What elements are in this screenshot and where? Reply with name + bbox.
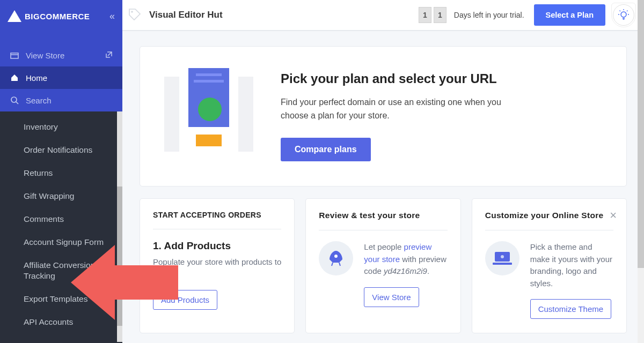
step-body: Let people preview your store with previ… [364,241,447,278]
rocket-icon [319,241,353,275]
primary-nav: View Store Home Search [0,32,122,111]
trial-days-digit-2: 1 [434,7,447,23]
collapse-sidebar-icon[interactable]: « [109,11,115,22]
nav-search[interactable]: Search [0,89,122,111]
sidebar-item-affiliate-conversion-tracking[interactable]: Affiliate Conversion Tracking [0,254,122,288]
sidebar-header: BIGCOMMERCE « [0,0,122,32]
card-title: Review & test your store [319,211,447,230]
svg-point-1 [11,97,17,102]
sidebar-item-gift-wrapping[interactable]: Gift Wrapping [0,185,122,208]
nav-home-label: Home [26,73,47,83]
trial-days-digit-1: 1 [419,7,431,23]
sidebar-item-api-accounts[interactable]: API Accounts [0,311,122,334]
tag-icon [128,8,143,23]
add-products-button[interactable]: Add Products [153,290,217,310]
close-icon[interactable]: × [610,208,617,222]
brand-logo-icon [8,10,21,22]
card-start-accepting-orders: START ACCEPTING ORDERS 1. Add Products P… [140,198,295,333]
svg-point-6 [501,255,504,258]
brand-name: COMMERCE [40,12,90,21]
hero-title: Pick your plan and select your URL [281,71,511,86]
card-review-test-store: Review & test your store Let people prev… [305,198,460,333]
step-title: 1. Add Products [153,240,281,252]
svg-rect-0 [11,53,18,58]
store-name: Visual Editor Hut [149,10,223,20]
view-store-button[interactable]: View Store [364,287,419,307]
hero-body: Find your perfect domain or use an exist… [281,96,511,123]
laptop-icon [485,241,519,275]
page-scrollbar[interactable] [638,0,644,343]
store-icon [10,50,19,60]
main-content: Visual Editor Hut 1 1 Days left in your … [122,0,644,343]
topbar: Visual Editor Hut 1 1 Days left in your … [122,0,644,31]
nav-search-label: Search [26,96,52,105]
hero-illustration [166,68,252,165]
brand-prefix: BIG [25,12,40,21]
external-link-icon [105,51,113,60]
sidebar-scrollbar-thumb[interactable] [117,187,122,326]
sidebar-item-export-templates[interactable]: Export Templates [0,288,122,311]
card-customize-store: × Customize your Online Store Pick a the… [472,198,627,333]
compare-plans-button[interactable]: Compare plans [281,138,371,161]
svg-point-4 [334,255,338,258]
trial-text: Days left in your trial. [454,11,524,19]
home-icon [10,73,19,83]
brand-logo[interactable]: BIGCOMMERCE [8,10,90,22]
tips-lightbulb-icon[interactable] [613,4,634,26]
customize-theme-button[interactable]: Customize Theme [530,299,611,319]
nav-home[interactable]: Home [0,66,122,89]
sidebar: BIGCOMMERCE « View Store Home Search Inv… [0,0,122,343]
sidebar-item-inventory[interactable]: Inventory [0,116,122,139]
svg-point-3 [621,12,626,17]
hero-card: Pick your plan and select your URL Find … [140,46,627,187]
page-scrollbar-thumb[interactable] [638,0,644,268]
sidebar-item-order-notifications[interactable]: Order Notifications [0,139,122,162]
card-title: Customize your Online Store [485,211,613,230]
nav-view-store-label: View Store [26,51,64,60]
svg-point-2 [131,11,133,13]
step-body: Populate your store with products to sel… [153,256,281,280]
preview-code: yd4z16m2i9 [384,266,427,275]
svg-rect-7 [493,263,512,265]
secondary-nav: Inventory Order Notifications Returns Gi… [0,111,122,343]
nav-view-store[interactable]: View Store [0,44,122,66]
sidebar-scrollbar[interactable] [117,111,122,342]
sidebar-item-account-signup-form[interactable]: Account Signup Form [0,231,122,254]
card-title: START ACCEPTING ORDERS [153,211,281,229]
step-body: Pick a theme and make it yours with your… [530,241,613,289]
sidebar-item-comments[interactable]: Comments [0,208,122,231]
search-icon [10,95,19,105]
sidebar-item-returns[interactable]: Returns [0,162,122,185]
select-plan-button[interactable]: Select a Plan [534,4,605,26]
onboarding-cards: START ACCEPTING ORDERS 1. Add Products P… [140,198,627,333]
